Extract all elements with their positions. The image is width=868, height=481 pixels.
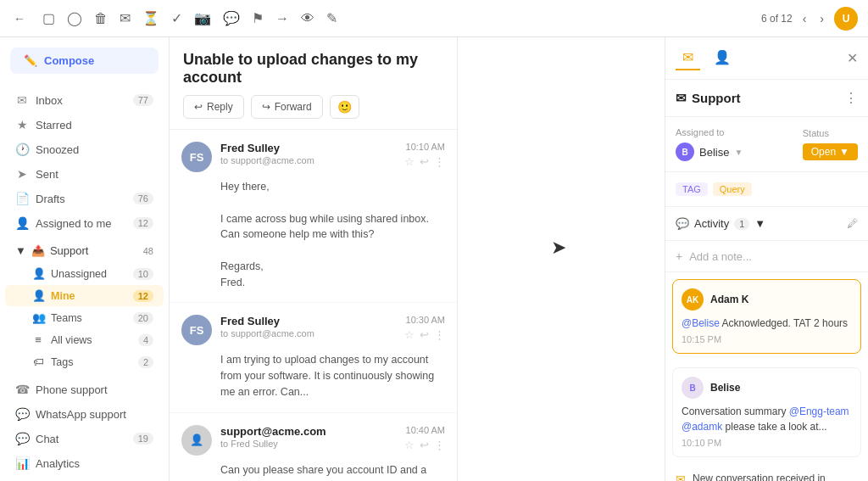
star-icon[interactable]: ☆ bbox=[404, 155, 415, 168]
status-chevron-icon: ▼ bbox=[839, 146, 849, 158]
msg-body: Hey there,I came across bug while using … bbox=[181, 179, 445, 290]
msg-sender: support@acme.com bbox=[220, 425, 396, 438]
sidebar-subitem-tags[interactable]: 🏷 Tags 2 bbox=[5, 351, 164, 372]
image-icon[interactable]: 📷 bbox=[194, 10, 211, 26]
sidebar-subitem-mine[interactable]: 👤 Mine 12 bbox=[5, 285, 164, 306]
sidebar-item-sent[interactable]: ➤ Sent bbox=[5, 162, 164, 186]
more-icon[interactable]: ⋮ bbox=[434, 328, 445, 341]
compose-label: Compose bbox=[44, 54, 94, 67]
add-note-placeholder: Add a note... bbox=[689, 250, 752, 263]
more-icon[interactable]: ⋮ bbox=[434, 155, 445, 168]
sidebar-item-phone-support[interactable]: ☎ Phone support bbox=[5, 378, 164, 401]
msg-time: 10:30 AM bbox=[406, 315, 445, 325]
support-title-text: Support bbox=[692, 91, 741, 105]
tags-row: TAG Query bbox=[676, 182, 858, 196]
back-button[interactable]: ← bbox=[10, 8, 29, 29]
tag-item-query[interactable]: Query bbox=[713, 182, 752, 196]
clock-icon[interactable]: ◯ bbox=[67, 10, 82, 26]
sent-icon: ➤ bbox=[15, 167, 29, 181]
sidebar-item-email-templates[interactable]: 📄 Email Templates bbox=[5, 476, 164, 481]
sidebar-item-analytics[interactable]: 📊 Analytics bbox=[5, 451, 164, 475]
chevron-down-icon: ▼ bbox=[734, 148, 743, 157]
teams-count: 20 bbox=[133, 312, 153, 324]
msg-info: support@acme.com to Fred Sulley bbox=[220, 425, 396, 449]
sidebar-subitem-teams[interactable]: 👥 Teams 20 bbox=[5, 307, 164, 328]
emoji-button[interactable]: 🙂 bbox=[330, 95, 359, 119]
nav-arrows: ← bbox=[10, 8, 29, 29]
add-note-area[interactable]: + Add a note... bbox=[665, 241, 868, 272]
support-more-button[interactable]: ⋮ bbox=[844, 90, 858, 106]
unassigned-count: 10 bbox=[133, 268, 153, 280]
reply-icon[interactable]: ↩ bbox=[420, 328, 429, 341]
inbox-icon: ✉ bbox=[15, 93, 29, 107]
sidebar-item-assigned[interactable]: 👤 Assigned to me 12 bbox=[5, 211, 164, 235]
mine-icon: 👤 bbox=[32, 289, 44, 302]
msg-sender: Fred Sulley bbox=[220, 142, 396, 154]
email-messages: FS Fred Sulley to support@acme.com 10:10… bbox=[170, 130, 457, 481]
assigned-user[interactable]: B Belise ▼ bbox=[676, 143, 743, 161]
trash-icon[interactable]: 🗑 bbox=[94, 11, 108, 26]
sidebar-subitem-all-views[interactable]: ≡ All views 4 bbox=[5, 329, 164, 350]
reply-icon[interactable]: ↩ bbox=[420, 155, 429, 168]
table-row[interactable]: FS Fred Sulley to support@acme.com 10:10… bbox=[170, 130, 457, 303]
more-icon[interactable]: ⋮ bbox=[434, 439, 445, 451]
sidebar: ✏️ Compose ✉ Inbox 77 ★ Starred 🕐 Snooze… bbox=[0, 37, 170, 481]
activity-avatar: AK bbox=[682, 288, 704, 310]
status-label: Status bbox=[803, 128, 858, 138]
sidebar-item-whatsapp[interactable]: 💬 WhatsApp support bbox=[5, 402, 164, 426]
sidebar-item-starred[interactable]: ★ Starred bbox=[5, 113, 164, 137]
edit-icon[interactable]: 🖉 bbox=[847, 217, 858, 230]
pagination-info: 6 of 12 bbox=[761, 13, 793, 25]
drafts-count: 76 bbox=[133, 193, 153, 204]
sidebar-item-drafts[interactable]: 📄 Drafts 76 bbox=[5, 187, 164, 210]
phone-icon: ☎ bbox=[15, 383, 29, 396]
activity-label: Activity bbox=[694, 217, 729, 230]
reply-button[interactable]: ↩ Reply bbox=[183, 95, 244, 119]
mail-icon[interactable]: ✉ bbox=[120, 10, 131, 26]
eye-icon[interactable]: 👁 bbox=[301, 11, 314, 26]
check-icon[interactable]: ✓ bbox=[171, 10, 182, 26]
tag-item[interactable]: TAG bbox=[676, 182, 708, 196]
timer-icon[interactable]: ⏳ bbox=[142, 10, 159, 26]
archive-icon[interactable]: ▢ bbox=[42, 10, 55, 26]
close-button[interactable]: ✕ bbox=[847, 50, 858, 66]
forward-button[interactable]: ↪ Forward bbox=[251, 95, 323, 119]
email-actions: ↩ Reply ↪ Forward 🙂 bbox=[183, 95, 443, 119]
mention-engg-team: @Engg-team @adamk bbox=[682, 405, 849, 433]
table-row[interactable]: 👤 support@acme.com to Fred Sulley 10:40 … bbox=[170, 413, 457, 482]
chat-bubble-icon[interactable]: 💬 bbox=[223, 10, 240, 26]
forward-icon: ↪ bbox=[262, 101, 270, 113]
snoozed-label: Snoozed bbox=[36, 143, 153, 156]
activity-author: Adam K bbox=[710, 294, 748, 305]
table-row[interactable]: FS Fred Sulley to support@acme.com 10:30… bbox=[170, 303, 457, 412]
activity-count: 1 bbox=[734, 218, 749, 230]
compose-button[interactable]: ✏️ Compose bbox=[10, 48, 159, 74]
msg-time: 10:10 AM bbox=[406, 142, 445, 152]
next-button[interactable]: › bbox=[816, 8, 827, 29]
sidebar-item-chat[interactable]: 💬 Chat 19 bbox=[5, 427, 164, 450]
reply-icon[interactable]: ↩ bbox=[420, 439, 429, 451]
star-icon[interactable]: ☆ bbox=[404, 439, 415, 451]
prev-button[interactable]: ‹ bbox=[799, 8, 810, 29]
status-badge[interactable]: Open ▼ bbox=[803, 143, 858, 160]
sidebar-item-snoozed[interactable]: 🕐 Snoozed bbox=[5, 137, 164, 161]
edit-icon[interactable]: ✎ bbox=[326, 10, 337, 26]
tab-person-icon[interactable]: 👤 bbox=[707, 46, 737, 70]
teams-icon: 👥 bbox=[32, 311, 44, 324]
whatsapp-label: WhatsApp support bbox=[36, 408, 153, 421]
star-icon[interactable]: ☆ bbox=[404, 328, 415, 341]
msg-sender: Fred Sulley bbox=[220, 315, 396, 327]
sidebar-item-inbox[interactable]: ✉ Inbox 77 bbox=[5, 88, 164, 112]
msg-time-area: 10:10 AM ☆ ↩ ⋮ bbox=[404, 142, 445, 168]
msg-body: I am trying to upload changes to my acco… bbox=[181, 352, 445, 400]
tag-icon[interactable]: ⚑ bbox=[252, 10, 264, 26]
avatar: 👤 bbox=[181, 425, 212, 456]
tab-inbox-icon[interactable]: ✉ bbox=[676, 46, 700, 70]
share-icon[interactable]: → bbox=[275, 11, 289, 26]
avatar: FS bbox=[181, 315, 212, 345]
sidebar-subitem-unassigned[interactable]: 👤 Unassigned 10 bbox=[5, 263, 164, 284]
support-group-header[interactable]: ▼ 📤 Support 48 bbox=[5, 240, 164, 261]
activity-time: 10:15 PM bbox=[682, 334, 852, 344]
tags-count: 2 bbox=[138, 356, 153, 368]
unassigned-label: Unassigned bbox=[51, 268, 107, 280]
